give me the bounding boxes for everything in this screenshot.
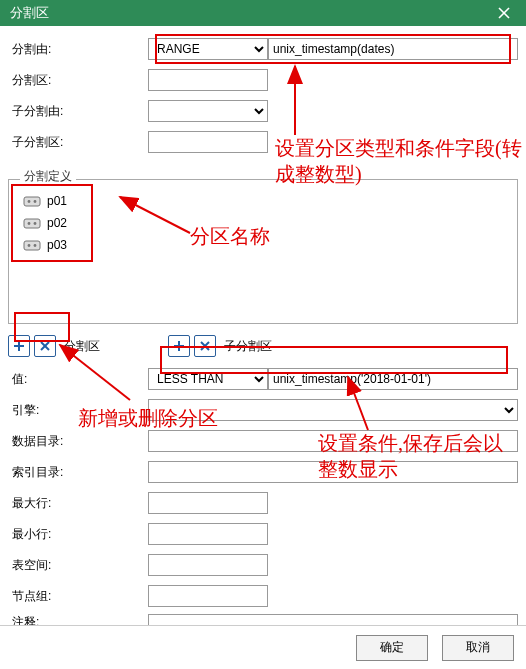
label-engine: 引擎: — [8, 402, 148, 419]
label-data-dir: 数据目录: — [8, 433, 148, 450]
add-subpartition-button[interactable] — [168, 335, 190, 357]
partition-type-select[interactable]: RANGE — [148, 38, 268, 60]
partition-toolbar: 分割区 子分割区 — [8, 332, 518, 360]
label-sub-partition-zone: 子分割区: — [8, 134, 148, 151]
partition-zone-input[interactable] — [148, 69, 268, 91]
label-max-row: 最大行: — [8, 495, 148, 512]
svg-point-4 — [34, 200, 37, 203]
value-operator-select[interactable]: LESS THAN — [148, 368, 268, 390]
plus-icon — [12, 339, 26, 353]
svg-point-10 — [34, 244, 37, 247]
svg-line-0 — [499, 8, 509, 18]
partition-name: p03 — [47, 238, 67, 252]
sub-partition-zone-input[interactable] — [148, 131, 268, 153]
partition-name: p01 — [47, 194, 67, 208]
svg-point-6 — [28, 222, 31, 225]
partition-icon — [23, 194, 41, 208]
svg-rect-8 — [24, 241, 40, 250]
svg-rect-2 — [24, 197, 40, 206]
svg-rect-5 — [24, 219, 40, 228]
delete-icon — [38, 339, 52, 353]
list-item[interactable]: p02 — [17, 212, 87, 234]
list-item[interactable]: p01 — [17, 190, 87, 212]
svg-rect-12 — [14, 345, 24, 347]
ok-button[interactable]: 确定 — [356, 635, 428, 661]
index-dir-input[interactable] — [148, 461, 518, 483]
label-value: 值: — [8, 371, 148, 388]
engine-select[interactable] — [148, 399, 518, 421]
value-expression-input[interactable] — [268, 368, 518, 390]
label-partition-by: 分割由: — [8, 41, 148, 58]
close-icon — [498, 7, 510, 19]
partition-icon — [23, 216, 41, 230]
svg-rect-16 — [174, 345, 184, 347]
label-partition-zone: 分割区: — [8, 72, 148, 89]
toolbar-subzone-label: 子分割区 — [224, 338, 272, 355]
svg-line-1 — [499, 8, 509, 18]
min-row-input[interactable] — [148, 523, 268, 545]
label-sub-partition-by: 子分割由: — [8, 103, 148, 120]
plus-icon — [172, 339, 186, 353]
partition-icon — [23, 238, 41, 252]
nodegroup-input[interactable] — [148, 585, 268, 607]
label-min-row: 最小行: — [8, 526, 148, 543]
close-button[interactable] — [488, 0, 520, 26]
label-nodegroup: 节点组: — [8, 588, 148, 605]
delete-partition-button[interactable] — [34, 335, 56, 357]
svg-point-9 — [28, 244, 31, 247]
partition-name: p02 — [47, 216, 67, 230]
svg-point-3 — [28, 200, 31, 203]
partition-expression-input[interactable] — [268, 38, 518, 60]
partition-list[interactable]: p01p02p03 — [8, 179, 518, 324]
delete-icon — [198, 339, 212, 353]
data-dir-input[interactable] — [148, 430, 518, 452]
max-row-input[interactable] — [148, 492, 268, 514]
delete-subpartition-button[interactable] — [194, 335, 216, 357]
window-title: 分割区 — [10, 4, 488, 22]
titlebar: 分割区 — [0, 0, 526, 26]
sub-partition-type-select[interactable] — [148, 100, 268, 122]
label-tablespace: 表空间: — [8, 557, 148, 574]
tablespace-input[interactable] — [148, 554, 268, 576]
label-index-dir: 索引目录: — [8, 464, 148, 481]
add-partition-button[interactable] — [8, 335, 30, 357]
dialog-button-bar: 确定 取消 — [0, 625, 526, 669]
dialog-content: 分割由: RANGE 分割区: 子分割由: 子分割区: 分割定义 p01p02p… — [0, 26, 526, 669]
svg-point-7 — [34, 222, 37, 225]
definition-legend: 分割定义 — [20, 169, 76, 183]
toolbar-zone-label: 分割区 — [64, 338, 100, 355]
list-item[interactable]: p03 — [17, 234, 87, 256]
cancel-button[interactable]: 取消 — [442, 635, 514, 661]
